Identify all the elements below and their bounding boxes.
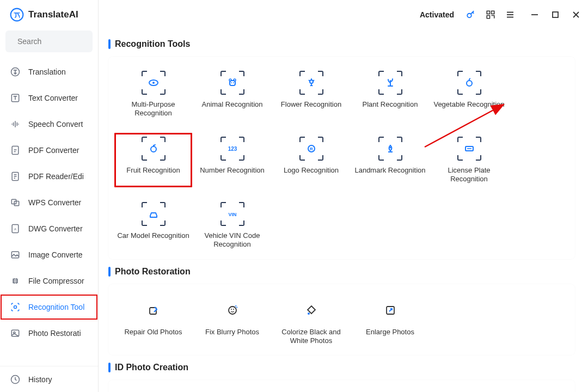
tool-repair[interactable]: Repair Old Photos (114, 294, 193, 350)
search-box[interactable] (5, 30, 93, 52)
close-button[interactable] (572, 10, 580, 19)
tool-label: Repair Old Photos (124, 328, 182, 336)
tool-vegetable[interactable]: Vegetable Recognition (430, 66, 509, 122)
tool-label: Plant Recognition (363, 100, 418, 109)
restoration-tools-panel: Repair Old PhotosFix Blurry PhotosColori… (108, 284, 575, 356)
section-title: Photo Restoration (115, 267, 191, 277)
tool-label: Fruit Recognition (126, 166, 180, 175)
tool-label: Vehicle VIN Code Recognition (195, 231, 270, 249)
sidebar-item-label: History (28, 375, 52, 384)
activation-status: Activated (420, 10, 454, 19)
speech-icon (10, 119, 21, 130)
menu-icon[interactable] (505, 10, 515, 20)
sidebar-item-label: Image Converte (28, 250, 83, 259)
sidebar-item-dwg-converter[interactable]: A DWG Converter (0, 216, 98, 242)
section-header-restoration: Photo Restoration (108, 267, 575, 277)
sidebar-item-file-compressor[interactable]: File Compressor (0, 268, 98, 294)
sidebar-item-label: Text Converter (28, 94, 78, 102)
section-accent-bar (108, 39, 111, 49)
tool-label: Vegetable Recognition (433, 100, 504, 109)
tool-id4[interactable] (351, 390, 430, 392)
sidebar-item-history[interactable]: History (0, 366, 98, 392)
tool-id1[interactable] (114, 390, 193, 392)
pdf-converter-icon (10, 145, 21, 156)
tool-car[interactable]: Car Model Recognition (114, 198, 193, 254)
recognition-tools-panel: Multi-Purpose RecognitionAnimal Recognit… (108, 57, 575, 259)
sidebar-item-label: Translation (28, 68, 66, 76)
tool-number[interactable]: 123Number Recognition (193, 132, 272, 188)
maximize-button[interactable] (551, 10, 560, 19)
main-area: Activated Recognition Tools Multi-Purpos… (99, 0, 588, 392)
app-name: TranslateAI (28, 9, 78, 20)
tool-plant[interactable]: Plant Recognition (351, 66, 430, 122)
pdf-reader-icon (10, 171, 21, 182)
qr-icon[interactable] (486, 10, 495, 20)
tool-id2[interactable] (193, 390, 272, 392)
window-controls (530, 10, 580, 19)
minimize-button[interactable] (530, 10, 539, 19)
tool-id3[interactable] (272, 390, 351, 392)
section-header-idphoto: ID Photo Creation (108, 363, 575, 372)
tool-fruit[interactable]: Fruit Recognition (114, 132, 193, 188)
dwg-icon: A (10, 223, 21, 234)
section-title: Recognition Tools (115, 39, 190, 49)
tool-eye[interactable]: Multi-Purpose Recognition (114, 66, 193, 122)
tool-animal[interactable]: Animal Recognition (193, 66, 272, 122)
tool-vin[interactable]: VINVehicle VIN Code Recognition (193, 198, 272, 254)
tool-label: Animal Recognition (201, 100, 262, 109)
photo-restoration-icon (10, 328, 21, 339)
sidebar-item-label: PDF Converter (28, 146, 79, 155)
tool-label: Landmark Recognition (354, 166, 425, 175)
section-accent-bar (108, 363, 111, 372)
image-converter-icon (10, 249, 21, 260)
sidebar-item-text-converter[interactable]: Text Converter (0, 85, 98, 111)
svg-text:A: A (14, 228, 16, 231)
sidebar-item-recognition-tool[interactable]: Recognition Tool (0, 294, 98, 320)
tool-enlarge[interactable]: Enlarge Photos (351, 294, 430, 350)
key-icon[interactable] (466, 10, 476, 20)
sidebar-item-label: Photo Restorati (28, 329, 81, 338)
svg-point-50 (308, 313, 310, 315)
tool-label: Car Model Recognition (117, 231, 189, 240)
tool-label: Colorize Black and White Photos (274, 328, 348, 346)
sidebar-item-wps-converter[interactable]: WPS Converter (0, 189, 98, 216)
svg-rect-8 (14, 201, 19, 206)
tool-label: Number Recognition (200, 166, 265, 175)
tool-plate[interactable]: License Plate Recognition (430, 132, 509, 188)
svg-rect-17 (487, 11, 489, 14)
section-header-recognition: Recognition Tools (108, 39, 575, 49)
svg-rect-7 (11, 199, 16, 204)
svg-point-47 (229, 307, 236, 314)
sidebar-item-label: Recognition Tool (28, 303, 84, 311)
content-scroll[interactable]: Recognition Tools Multi-Purpose Recognit… (99, 29, 588, 392)
sidebar-item-label: File Compressor (28, 277, 84, 285)
tool-logo[interactable]: RLogo Recognition (272, 132, 351, 188)
tool-label: Enlarge Photos (366, 328, 414, 336)
svg-rect-18 (492, 11, 494, 14)
sidebar-item-image-converter[interactable]: Image Converte (0, 242, 98, 268)
tool-flower[interactable]: Flower Recognition (272, 66, 351, 122)
sidebar-nav: Translation Text Converter Speech Conver… (0, 59, 98, 392)
svg-rect-19 (487, 16, 489, 19)
sidebar-item-label: DWG Converter (28, 224, 83, 233)
tool-label: Flower Recognition (281, 100, 341, 109)
svg-point-12 (14, 306, 17, 309)
svg-point-49 (233, 309, 234, 310)
tool-colorize[interactable]: Colorize Black and White Photos (272, 294, 351, 350)
svg-rect-24 (553, 12, 558, 17)
history-icon (10, 374, 21, 385)
text-converter-icon (10, 93, 21, 103)
wps-icon (10, 197, 21, 208)
sidebar-item-photo-restoration[interactable]: Photo Restorati (0, 320, 98, 346)
tool-id5[interactable] (430, 390, 509, 392)
tool-label: Logo Recognition (284, 166, 339, 175)
app-logo-icon (10, 8, 24, 22)
sidebar-item-speech-convert[interactable]: Speech Convert (0, 111, 98, 137)
sidebar-item-pdf-reader[interactable]: PDF Reader/Edi (0, 163, 98, 189)
tool-landmark[interactable]: Landmark Recognition (351, 132, 430, 188)
tool-blurry[interactable]: Fix Blurry Photos (193, 294, 272, 350)
sidebar-item-label: WPS Converter (28, 198, 81, 207)
sidebar-item-translation[interactable]: Translation (0, 59, 98, 85)
sidebar-item-pdf-converter[interactable]: PDF Converter (0, 137, 98, 163)
sidebar-item-label: PDF Reader/Edi (28, 172, 84, 181)
